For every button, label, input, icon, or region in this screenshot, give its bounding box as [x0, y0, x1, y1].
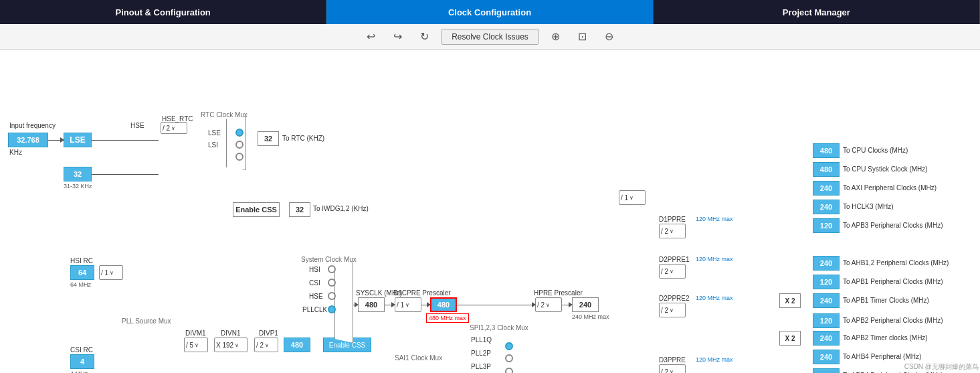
sysclk-val-box[interactable]: 480: [358, 297, 385, 312]
tab-project[interactable]: Project Manager: [654, 0, 980, 24]
d2ppre2-select[interactable]: / 2: [659, 303, 686, 317]
d1ppre-select[interactable]: / 2: [659, 224, 686, 238]
d3ppre-max-label: 120 MHz max: [696, 356, 733, 363]
sys-mux-csi: CSI: [309, 279, 320, 287]
sys-mux-sel-pll[interactable]: [328, 305, 336, 313]
toolbar: ↩ ↪ ↻ Resolve Clock Issues ⊕ ⊡ ⊖: [0, 24, 980, 50]
d1cpre-out-box[interactable]: 480: [430, 297, 457, 312]
to-rtc-label: To RTC (KHZ): [282, 135, 324, 142]
hclk3-val-box: 240: [813, 200, 840, 214]
undo-button[interactable]: ↩: [361, 29, 380, 45]
div1-top-select[interactable]: / 1: [619, 190, 646, 205]
rtc-mux-sel-lsi[interactable]: [235, 141, 243, 149]
hpre-div-select[interactable]: / 2: [535, 297, 562, 312]
pll3p-sel[interactable]: [505, 368, 513, 373]
resolve-clock-button[interactable]: Resolve Clock Issues: [442, 29, 538, 45]
tab-pinout[interactable]: Pinout & Configuration: [0, 0, 326, 24]
apb1-timer-box: 240: [813, 293, 840, 308]
rtc-mux-sel-hse[interactable]: [235, 153, 243, 161]
pll3p-label: PLL3P: [471, 363, 491, 370]
hsi-val-box[interactable]: 64: [70, 265, 94, 280]
hpre-max-label: 240 MHz max: [572, 313, 609, 320]
sai1-mux-label: SAI1 Clock Mux: [395, 354, 442, 362]
divp1-label: DIVP1: [259, 329, 278, 337]
d2ppre1-select[interactable]: / 2: [659, 264, 686, 279]
to-axi-label: To AXI Peripheral Clocks (MHz): [843, 184, 937, 192]
rtc-mux-sel-lse[interactable]: [235, 129, 243, 137]
hsi-div1-select[interactable]: / 1: [99, 265, 123, 280]
csi-freq-label: 4 MHz: [70, 370, 88, 373]
sys-mux-sel-hse[interactable]: [328, 292, 336, 300]
watermark-label: CSDN @无聊到爆的菜鸟: [904, 362, 979, 372]
csi-val-box[interactable]: 4: [70, 354, 94, 369]
d1cpre-max-tooltip: 480 MHz max: [426, 313, 469, 323]
sys-mux-hse: HSE: [309, 293, 323, 300]
d1ppre-label: D1PPRE: [659, 216, 686, 223]
csi-rc-label: CSI RC: [70, 346, 93, 354]
divn1-label: DIVN1: [221, 329, 240, 337]
to-apb2-label: To APB2 Peripheral Clocks (MHz): [843, 317, 943, 324]
tab-clock[interactable]: Clock Configuration: [326, 0, 653, 24]
redo-button[interactable]: ↪: [388, 29, 407, 45]
enable-css-rtc[interactable]: Enable CSS: [233, 202, 280, 217]
sys-mux-sel-hsi[interactable]: [328, 265, 336, 273]
clock-diagram: Input frequency 32.768 KHz LSE 32 31-32 …: [0, 50, 980, 373]
cpu-val-box: 480: [813, 143, 840, 158]
input-freq-value[interactable]: 32.768: [8, 133, 48, 147]
apb2-timer-box: 240: [813, 331, 840, 346]
apb4-val-box: 120: [813, 368, 840, 373]
to-cpu-label: To CPU Clocks (MHz): [843, 147, 908, 154]
spi123-mux-label: SPI1,2,3 Clock Mux: [470, 324, 528, 331]
to-apb1-label: To APB1 Peripheral Clocks (MHz): [843, 278, 943, 285]
hse-label-rtc: HSE: [130, 122, 144, 129]
pll1q-label: PLL1Q: [471, 336, 492, 344]
x2-apb1-box: X 2: [779, 293, 801, 308]
hse-rtc-label: HSE_RTC: [162, 115, 193, 123]
top-navigation: Pinout & Configuration Clock Configurati…: [0, 0, 980, 24]
zoom-in-button[interactable]: ⊕: [547, 29, 565, 45]
d1cpre-label: D1CPRE Prescaler: [393, 289, 451, 297]
fit-button[interactable]: ⊡: [573, 29, 592, 45]
sys-clock-mux-label: System Clock Mux: [301, 256, 357, 263]
lsi-rc-box[interactable]: 32: [64, 167, 92, 181]
sys-mux-pll: PLLCLK: [302, 306, 327, 313]
to-cpu-systick-label: To CPU Systick Clock (MHz): [843, 165, 928, 173]
apb3-val-box: 120: [813, 218, 840, 233]
div5-select[interactable]: / 5: [184, 338, 208, 352]
pll-source-mux-label: PLL Source Mux: [122, 317, 171, 325]
d1ppre-max-label: 120 MHz max: [696, 216, 733, 222]
hpre-out-box: 240: [572, 297, 599, 312]
to-ahb12-label: To AHB1,2 Peripheral Clocks (MHz): [843, 259, 949, 267]
d1cpre-div-select[interactable]: / 1: [395, 297, 421, 312]
cpu-systick-box: 480: [813, 162, 840, 177]
hsi-rc-label: HSI RC: [70, 257, 93, 265]
input-freq-label: Input frequency: [9, 122, 56, 129]
x2-apb2-box: X 2: [779, 331, 801, 346]
d2ppre1-label: D2PPRE1: [659, 256, 690, 263]
hsi-freq-label: 64 MHz: [70, 281, 91, 288]
axi-val-box: 240: [813, 181, 840, 196]
sys-mux-hsi: HSI: [309, 266, 320, 273]
refresh-button[interactable]: ↻: [415, 29, 433, 45]
d3ppre-label: D3PPRE: [659, 356, 686, 364]
iwdg-out-box: 32: [289, 202, 310, 217]
apb1-val-box: 120: [813, 275, 840, 289]
lse-box[interactable]: LSE: [64, 133, 92, 147]
to-hclk3-label: To HCLK3 (MHz): [843, 203, 894, 210]
to-iwdg-label: To IWDG1,2 (KHz): [313, 205, 369, 212]
divp1-select[interactable]: / 2: [254, 338, 278, 352]
x192-select[interactable]: X 192: [214, 338, 248, 352]
to-apb1-timer-label: To APB1 Timer Clocks (MHz): [843, 297, 929, 304]
d2ppre2-max-label: 120 MHz max: [696, 295, 733, 301]
sys-mux-sel-csi[interactable]: [328, 279, 336, 287]
hse-div2-select[interactable]: / 2: [161, 122, 187, 134]
d3ppre-select[interactable]: / 2: [659, 364, 686, 373]
pll1q-sel[interactable]: [505, 342, 513, 350]
lsi-range-label: 31-32 KHz: [64, 183, 92, 190]
zoom-out-button[interactable]: ⊖: [600, 29, 619, 45]
apb2-val-box: 120: [813, 313, 840, 328]
to-ahb4-label: To AHB4 Peripheral (MHz): [843, 353, 921, 360]
ahb12-val-box: 240: [813, 256, 840, 271]
pll2p-sel[interactable]: [505, 354, 513, 362]
pll-480-box: 480: [284, 338, 310, 352]
